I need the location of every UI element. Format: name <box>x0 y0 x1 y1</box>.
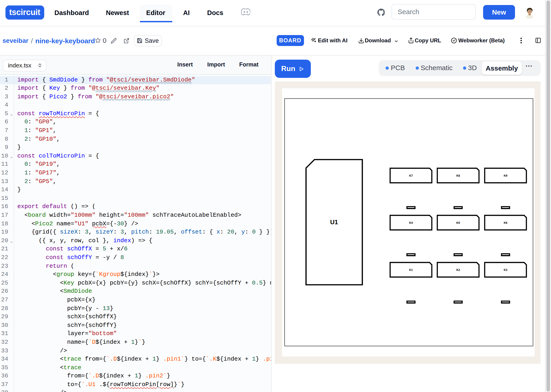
svg-text:U1: U1 <box>330 219 338 226</box>
svg-text:K3: K3 <box>504 268 507 272</box>
svg-text:K2: K2 <box>456 268 460 272</box>
svg-text:K4: K4 <box>409 221 413 224</box>
svg-text:K8: K8 <box>456 174 460 177</box>
svg-text:K1: K1 <box>409 268 413 272</box>
svg-text:K9: K9 <box>504 174 507 177</box>
svg-text:K7: K7 <box>409 174 413 177</box>
svg-text:K5: K5 <box>456 221 460 224</box>
svg-text:K6: K6 <box>504 221 507 224</box>
